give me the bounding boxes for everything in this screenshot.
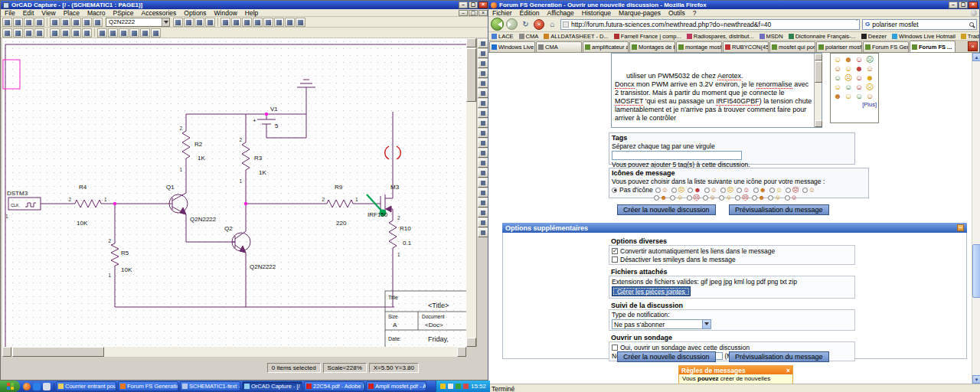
message-icon-option[interactable]: ☺ xyxy=(737,187,750,194)
orcad-menu-item[interactable]: Help xyxy=(241,9,262,17)
smiley-icon[interactable]: ☺ xyxy=(864,64,875,74)
drc-button[interactable] xyxy=(242,18,252,27)
open-button[interactable] xyxy=(13,18,23,27)
browser-tab[interactable]: mosfet qui pomp... xyxy=(769,41,815,52)
search-icon[interactable] xyxy=(969,22,974,27)
icon-radio[interactable] xyxy=(786,188,791,193)
smiley-icon[interactable]: ☻ xyxy=(864,74,875,83)
show-desktop-icon[interactable] xyxy=(43,383,51,390)
cut-button[interactable] xyxy=(50,18,60,27)
bookmark-item[interactable]: MSDN xyxy=(760,33,783,40)
message-icon-option[interactable]: ☻ xyxy=(752,194,765,201)
place-hier-block-tool[interactable] xyxy=(478,129,488,138)
bom-button[interactable] xyxy=(263,18,273,27)
close-icon[interactable]: × xyxy=(479,2,488,8)
place-arc-tool[interactable] xyxy=(478,218,488,227)
place-no-connect-tool[interactable] xyxy=(478,168,488,178)
component-r2[interactable] xyxy=(182,131,190,158)
browser-tab[interactable]: Forum FS ... xyxy=(910,41,956,52)
ie-quicklaunch-icon[interactable] xyxy=(33,383,41,390)
taskbar-task-button[interactable]: Forum FS Generation... xyxy=(118,381,178,391)
taskbar-task-button[interactable]: SCHEMATIC1-fext - O... xyxy=(180,381,240,391)
smiley-icon[interactable]: ☺ xyxy=(864,92,875,101)
firefox-menu-item[interactable]: Historique xyxy=(578,9,615,17)
place-ellipse-tool[interactable] xyxy=(478,208,488,217)
editor-scroll-thumb[interactable] xyxy=(815,61,822,83)
voltage-marker-button[interactable] xyxy=(50,28,60,38)
print-button[interactable] xyxy=(34,18,44,27)
zoom-in-button[interactable] xyxy=(173,18,183,27)
icon-radio[interactable] xyxy=(720,188,726,193)
close-icon[interactable]: × xyxy=(786,367,790,374)
smiley-icon[interactable]: ☻ xyxy=(843,55,854,64)
icon-radio[interactable] xyxy=(802,188,808,193)
smiley-icon[interactable]: ☺ xyxy=(832,64,843,74)
preview-message-button[interactable]: Prévisualisation du message xyxy=(729,351,829,362)
taskbar-task-button[interactable]: Ampli mosfet.pdf - Ad... xyxy=(366,381,426,391)
smiley-icon[interactable]: ☺ xyxy=(843,64,854,74)
browser-tab[interactable]: Windows Live Ho... xyxy=(489,41,535,52)
firefox-menu-item[interactable]: Fichier xyxy=(488,9,516,17)
message-editor[interactable]: utiliser un PWM5032 de chez Aerotex. Don… xyxy=(611,53,822,128)
firefox-menu-item[interactable]: Affichage xyxy=(544,9,578,17)
power-marker-button[interactable] xyxy=(82,28,92,38)
firefox-titlebar[interactable]: Forum FS Generation - Ouvrir une nouvell… xyxy=(488,1,979,9)
schematic-canvas[interactable]: DSTM3 CLK R4 10K R5 10K R2 1K R3 1K R9 2… xyxy=(2,38,466,347)
manage-attachments-button[interactable]: Gérer les pièces jointes xyxy=(612,286,691,296)
browser-tab[interactable]: polariser mosfet -... xyxy=(816,41,862,52)
no-icon-radio[interactable] xyxy=(612,188,617,193)
message-icon-option[interactable]: ☺ xyxy=(768,194,781,201)
scroll-left-icon[interactable] xyxy=(2,347,11,357)
help-button[interactable] xyxy=(296,18,305,27)
icon-radio[interactable] xyxy=(719,195,724,201)
redo-button[interactable] xyxy=(93,18,103,27)
toggle-bias-power-button[interactable] xyxy=(151,28,161,38)
message-icon-option[interactable]: ☻ xyxy=(753,187,766,194)
taskbar-task-button[interactable]: 22C54.pdf - Adobe Re... xyxy=(304,381,364,391)
undo-button[interactable] xyxy=(82,18,92,27)
browser-tab[interactable]: amplificateur aop... xyxy=(583,41,629,52)
additional-options-header[interactable]: Options supplémentaires − xyxy=(502,223,967,233)
snap-to-grid-button[interactable] xyxy=(274,18,284,27)
icon-radio[interactable] xyxy=(704,188,710,193)
browser-tab[interactable]: RUBYCON(45W2... xyxy=(723,41,769,52)
editor-scrollbar[interactable] xyxy=(814,54,822,127)
mdi-close-icon[interactable]: × xyxy=(479,10,488,16)
forward-button[interactable] xyxy=(506,18,518,30)
back-annotate-button[interactable] xyxy=(231,18,241,27)
bookmark-item[interactable]: Traduction Voila xyxy=(961,33,979,40)
scroll-up-icon[interactable] xyxy=(466,38,476,47)
new-button[interactable] xyxy=(2,18,12,27)
back-button[interactable] xyxy=(491,18,504,31)
orcad-menu-item[interactable]: Edit xyxy=(19,9,38,17)
place-ground-tool[interactable] xyxy=(478,119,488,128)
taskbar-task-button[interactable]: Courrier entrant pour... xyxy=(56,381,116,391)
browser-tab[interactable]: CMA xyxy=(536,41,582,52)
icon-radio[interactable] xyxy=(687,195,692,201)
message-icon-option[interactable]: ☹ xyxy=(687,194,700,201)
smiley-icon[interactable]: ☺ xyxy=(832,55,843,64)
message-icon-option[interactable]: ☹ xyxy=(735,194,748,201)
view-simulation-results-button[interactable] xyxy=(34,28,44,38)
stop-icon[interactable]: × xyxy=(534,19,544,30)
component-r4[interactable] xyxy=(75,200,101,207)
orcad-menu-item[interactable]: PSpice xyxy=(109,9,138,17)
canvas-hscrollbar[interactable] xyxy=(2,347,466,357)
message-icon-option[interactable]: ☺ xyxy=(670,194,683,201)
message-icon-option[interactable]: ☺ xyxy=(703,194,716,201)
place-pin-tool[interactable] xyxy=(478,149,488,158)
vscroll-thumb[interactable] xyxy=(466,48,476,102)
disable-smilies-checkbox[interactable] xyxy=(612,256,618,263)
mdi-restore-icon[interactable]: ▢ xyxy=(469,10,478,16)
voltage-differential-marker-button[interactable] xyxy=(60,28,70,38)
icon-radio[interactable] xyxy=(703,195,708,201)
create-thread-button[interactable]: Créer la nouvelle discussion xyxy=(617,351,716,362)
smiley-icon[interactable]: ☹ xyxy=(843,74,854,83)
close-icon[interactable]: × xyxy=(969,2,978,8)
scroll-up-icon[interactable]: ▲ xyxy=(972,53,980,61)
place-polyline-tool[interactable] xyxy=(478,188,488,198)
message-icon-option[interactable]: ☺ xyxy=(655,187,668,194)
place-net-alias-tool[interactable] xyxy=(478,69,488,78)
message-icon-option[interactable]: ☺ xyxy=(769,187,782,194)
component-r9[interactable] xyxy=(327,200,353,207)
